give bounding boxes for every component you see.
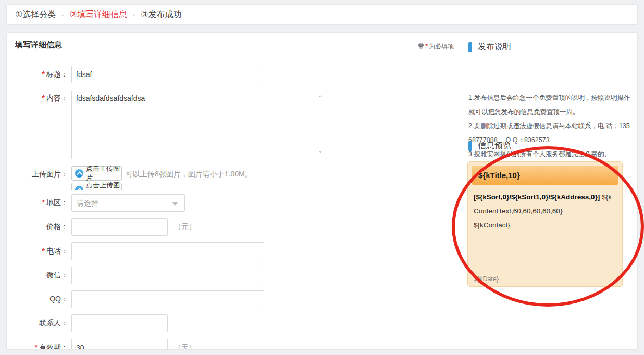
preview-contact: ${kContact}	[474, 218, 616, 232]
step-separator: -	[61, 10, 64, 19]
step-separator: -	[132, 10, 135, 19]
qq-label: QQ：	[7, 295, 68, 304]
wechat-label: 微信：	[7, 271, 68, 280]
content-field-wrap: fdsafsdafdsafdsafdsa ⌃ ⌄	[71, 91, 326, 159]
preview-body: [${kSort,0}/${kSort1,0}/${kAddress,0}] $…	[468, 188, 622, 232]
upload-hint: 可以上传8张图片，图片请小于1.00M。	[126, 166, 252, 182]
chevron-down-icon	[172, 202, 178, 206]
upload-image-button[interactable]: 点击上传图片	[71, 166, 122, 181]
vertical-divider	[460, 38, 460, 349]
phone-input[interactable]	[71, 242, 264, 260]
note-item: 1.发布信息后会给您一个免费置顶的说明，按照说明操作就可以把您发布的信息免费置顶…	[468, 91, 633, 119]
upload-arrow-icon	[75, 186, 83, 190]
qq-input[interactable]	[71, 290, 264, 308]
price-input[interactable]	[71, 218, 168, 236]
blue-bar-icon	[468, 141, 472, 151]
upload-arrow-icon	[75, 169, 83, 178]
publish-notes-heading: 发布说明	[468, 42, 511, 53]
preview-date: ${kDate}	[474, 275, 499, 283]
upload-button-stack: 点击上传图片 点击上传图片	[71, 166, 123, 190]
info-preview-card: ${kTitle,10} [${kSort,0}/${kSort1,0}/${k…	[467, 161, 623, 287]
upload-image-button-2[interactable]: 点击上传图片	[71, 183, 122, 190]
phone-label: *电话：	[7, 247, 68, 256]
preview-title-bar: ${kTitle,10}	[472, 166, 618, 185]
contact-label: 联系人：	[7, 319, 68, 328]
form-panel: 填写详细信息 带*为必填项 *标题： *内容： fdsafsdafdsafdsa…	[6, 32, 638, 350]
preview-heading: 信息预览	[468, 141, 511, 151]
price-unit: （元）	[174, 222, 196, 232]
validity-label: *有效期：	[7, 343, 68, 350]
header-divider	[12, 57, 455, 57]
content-label: *内容：	[7, 94, 68, 103]
blue-bar-icon	[468, 42, 472, 52]
validity-unit: （天）	[174, 343, 196, 350]
required-note: 带*为必填项	[418, 42, 454, 51]
preview-meta: [${kSort,0}/${kSort1,0}/${kAddress,0}]	[474, 193, 600, 201]
step-choose-category[interactable]: ①选择分类	[15, 10, 56, 19]
price-label: 价格：	[7, 222, 68, 232]
region-select[interactable]: 请选择	[71, 194, 185, 212]
contact-input[interactable]	[71, 314, 168, 332]
scrollbar-up-icon[interactable]: ⌃	[317, 95, 324, 102]
step-fill-details: ②填写详细信息	[70, 10, 127, 19]
steps-bar: ①选择分类 - ②填写详细信息 - ③发布成功	[6, 4, 638, 25]
upload-label: 上传图片：	[7, 170, 68, 179]
scrollbar-down-icon[interactable]: ⌄	[317, 147, 324, 154]
title-label: *标题：	[7, 70, 68, 79]
validity-input[interactable]	[71, 339, 168, 350]
form-title: 填写详细信息	[15, 40, 62, 50]
region-label: *地区：	[7, 198, 68, 208]
required-asterisk: *	[425, 43, 428, 50]
step-publish-success: ③发布成功	[141, 10, 181, 19]
wechat-input[interactable]	[71, 267, 264, 284]
content-textarea[interactable]: fdsafsdafdsafdsafdsa	[71, 91, 326, 159]
title-input[interactable]	[71, 66, 264, 83]
